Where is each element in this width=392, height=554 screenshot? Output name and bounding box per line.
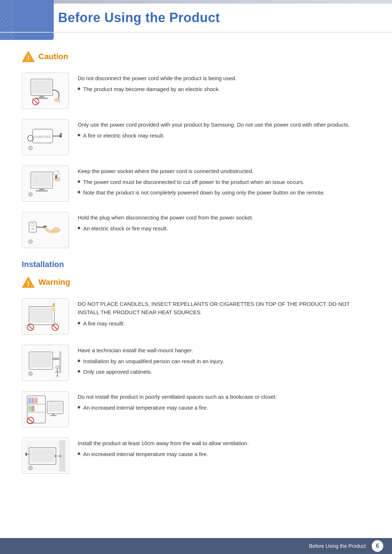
bullet-dot [78,134,80,136]
svg-point-38 [53,227,60,233]
svg-rect-70 [34,398,38,403]
caution-item-4: Hold the plug when disconnecting the pow… [22,212,370,248]
bullet-dot [78,191,80,193]
svg-text:!: ! [27,280,29,287]
installation-heading: Installation [22,260,370,269]
bullet-dot [78,180,80,183]
warning-image-3 [22,391,69,427]
page-footer: Before Using the Product 6 [0,538,392,554]
caution-text-1: Do not disconnect the power cord while t… [78,73,370,96]
bullet-dot [78,370,80,373]
main-content: ! Caution Do not disconnect the [0,33,392,506]
page-title-area: Before Using the Product [0,4,392,33]
svg-line-78 [28,418,33,423]
svg-line-10 [33,99,38,104]
caution-bullets-1: The product may become damaged by an ele… [78,85,370,94]
bullet-dot [78,227,80,229]
caution-text-3: Keep the power socket where the power co… [78,165,370,199]
bullet-item: The power cord must be disconnected to c… [78,178,370,186]
caution-item-2: SAMSUNG Only use the power cord provided… [22,119,370,155]
footer-page-number: 6 [372,540,383,552]
warning-main-text-4: Install the product at least 10cm away f… [78,439,370,447]
caution-image-2: SAMSUNG [22,119,69,155]
caution-bullets-2: A fire or electric shock may result. [78,132,370,140]
bullet-dot [78,406,80,409]
svg-line-51 [53,325,57,329]
svg-rect-76 [50,415,57,416]
svg-rect-68 [28,398,31,403]
warning-heading-row: ! Warning [22,276,370,288]
warning-bullets-3: An increased internal temperature may ca… [78,404,370,412]
warning-bullets-4: An increased internal temperature may ca… [78,450,370,459]
svg-text:!: ! [27,54,29,62]
bullet-item: An increased internal temperature may ca… [78,404,370,412]
svg-point-8 [54,98,60,102]
svg-rect-55 [59,351,61,373]
caution-triangle-icon: ! [22,51,35,62]
caution-label: Caution [38,52,68,61]
warning-item-4: Install the product at least 10cm away f… [22,438,370,474]
bullet-item: Note that the product is not completely … [78,189,370,197]
warning-bullets-1: A fire may resullt. [78,320,370,328]
caution-text-2: Only use the power cord provided with yo… [78,119,370,142]
caution-item-3: Keep the power socket where the power co… [22,165,370,202]
caution-main-text-3: Keep the power socket where the power co… [78,167,370,175]
warning-image-2 [22,345,69,381]
warning-item-1: DO NOT PLACE CANDLELS, INSECT REPELLANTS… [22,298,370,335]
svg-rect-69 [32,398,34,403]
bullet-item: The product may become damaged by an ele… [78,85,370,94]
svg-rect-54 [53,358,60,360]
warning-main-text-3: Do not install the product in poorly ven… [78,393,370,401]
bullet-dot [78,360,80,362]
svg-rect-24 [36,190,48,192]
bullet-item: A fire may resullt. [78,320,370,328]
warning-bullets-2: Installation by an unqualified person ca… [78,357,370,376]
warning-triangle-icon: ! [22,276,35,288]
svg-line-49 [28,325,33,329]
warning-image-1 [22,298,69,335]
caution-main-text-2: Only use the power cord provided with yo… [78,120,370,129]
svg-rect-14 [60,135,62,138]
warning-main-text-2: Have a technician install the wall-mount… [78,346,370,354]
bullet-dot [78,87,80,90]
svg-point-25 [54,177,61,181]
svg-line-61 [57,375,59,377]
svg-point-47 [53,303,55,306]
warning-text-1: DO NOT PLACE CANDLELS, INSECT REPELLANTS… [78,298,370,330]
caution-main-text-1: Do not disconnect the power cord while t… [78,74,370,82]
warning-item-3: Do not install the product in poorly ven… [22,391,370,427]
svg-point-56 [56,366,59,369]
svg-line-60 [56,375,57,377]
bullet-item: A fire or electric shock may result. [78,132,370,140]
header-bar [0,0,392,4]
svg-rect-71 [28,406,31,411]
warning-item-2: Have a technician install the wall-mount… [22,345,370,381]
caution-image-1 [22,73,69,109]
warning-label: Warning [38,278,70,287]
svg-rect-5 [32,80,52,94]
svg-text:SAMSUNG: SAMSUNG [34,135,51,139]
warning-text-4: Install the product at least 10cm away f… [78,438,370,461]
bullet-dot [78,452,80,455]
svg-rect-45 [30,308,53,323]
svg-rect-74 [48,402,62,412]
caution-bullets-3: The power cord must be disconnected to c… [78,178,370,197]
svg-rect-22 [32,173,52,187]
svg-rect-72 [31,406,34,411]
bullet-item: An electric shock or fire may result. [78,225,370,233]
svg-rect-75 [52,414,54,415]
bullet-item: Installation by an unqualified person ca… [78,357,370,366]
bullet-dot [78,322,80,324]
caution-main-text-4: Hold the plug when disconnecting the pow… [78,213,370,222]
warning-text-2: Have a technician install the wall-mount… [78,345,370,378]
warning-main-text-1: DO NOT PLACE CANDLELS, INSECT REPELLANTS… [78,300,370,317]
svg-rect-29 [54,171,59,175]
svg-rect-87 [25,453,27,456]
bullet-item: An increased internal temperature may ca… [78,450,370,459]
svg-rect-53 [30,353,52,368]
caution-heading-row: ! Caution [22,51,370,62]
warning-text-3: Do not install the product in poorly ven… [78,391,370,414]
svg-rect-26 [55,176,57,178]
svg-rect-23 [39,188,44,190]
svg-rect-6 [39,95,44,98]
